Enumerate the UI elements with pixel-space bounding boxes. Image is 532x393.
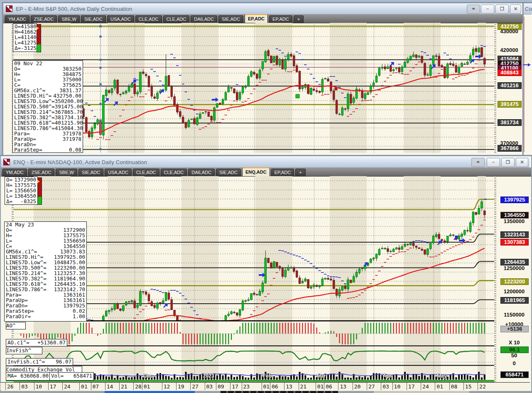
price-badge-1150000: 1150000 (500, 312, 528, 318)
date-tick-label: 07 (93, 383, 99, 390)
quote-box-enq: O=1372900H=1375575L=1356650L=1364550Δ=-8… (5, 177, 38, 205)
restore-button[interactable]: ❐ (495, 5, 509, 14)
price-scale-label: X 10 (500, 340, 528, 346)
tab-usa-adc[interactable]: USA,ADC (105, 169, 132, 176)
titlebar-ep[interactable]: EP - E-Mini S&P 500, Active Daily Contin… (3, 3, 521, 15)
month-stripe (404, 176, 441, 382)
date-tick-separator (62, 383, 63, 390)
price-scale-label: 1364550 (500, 212, 528, 218)
close-button[interactable]: ✕ (516, 158, 528, 167)
window-co-partial[interactable]: Co (523, 2, 532, 156)
tab-cle-adc[interactable]: CLE,ADC (161, 169, 187, 176)
price-scale-label: 391475 (498, 101, 521, 107)
date-tick-separator (119, 383, 120, 390)
date-tick-separator (407, 383, 407, 390)
date-tick-separator (5, 383, 6, 390)
vertical-gridline (194, 176, 195, 382)
window-title-enq: ENQ - E-mini NASDAQ-100, Active Daily Co… (13, 159, 147, 165)
date-tick-label: 20 (354, 383, 361, 390)
window-title-co: Co (525, 6, 532, 12)
tab-usa-adc[interactable]: USA,ADC (107, 15, 134, 23)
tab-ep-adc[interactable]: EP,ADC (271, 169, 294, 176)
vol-value-box: Vol=658471 (49, 372, 94, 381)
date-tick-separator (284, 383, 284, 390)
date-tick-separator (449, 383, 450, 390)
price-scale-label: 1223200 (500, 278, 528, 284)
titlebar-enq[interactable]: ENQ - E-mini NASDAQ-100, Active Daily Co… (1, 157, 530, 168)
minimize-button[interactable]: – (481, 5, 494, 14)
date-tick-separator (20, 383, 20, 390)
ao-value-box: AO.c1^=+51360.07 (6, 339, 67, 346)
price-scale-label: 96.1 (500, 346, 528, 352)
tab-sbe-w[interactable]: SBE,W (58, 15, 79, 23)
date-axis[interactable]: 2603101724010714212801121927030917230106… (0, 382, 530, 390)
background-taskbar-dark (221, 391, 338, 393)
tab-+[interactable]: + (295, 169, 305, 176)
tab-enq-adc[interactable]: ENQ,ADC (242, 167, 270, 176)
date-tick-separator (91, 383, 91, 390)
tab-zse-adc[interactable]: ZSE,ADC (28, 169, 55, 176)
price-scale-label: 420000 (498, 47, 521, 53)
link-button[interactable]: ⚭ (471, 158, 485, 167)
date-tick-label: 21 (121, 383, 127, 390)
date-tick-label: 06 (326, 383, 332, 390)
tab-cle-adc[interactable]: CLE,ADC (163, 15, 190, 23)
month-stripe (330, 23, 367, 153)
window-title-ep: EP - E-Mini S&P 500, Active Daily Contin… (16, 6, 132, 12)
tab-sie-adc[interactable]: SIE,ADC (78, 169, 103, 176)
tab-cle-adc[interactable]: CLE,ADC (135, 15, 162, 23)
minimize-button[interactable]: – (487, 158, 500, 167)
tab-ym-adc[interactable]: YM,ADC (5, 15, 29, 23)
price-badge-658471: 658471 (500, 371, 529, 378)
date-tick-separator (421, 383, 421, 390)
month-stripe (181, 23, 218, 153)
tabbar-enq: YM,ADCZSE,ADCSBE,WSIE,ADCUSA,ADCCLE,ADCC… (1, 167, 531, 177)
price-badge-50: 50 (500, 353, 528, 359)
tab-ep-adc[interactable]: EP,ADC (269, 15, 292, 23)
vertical-gridline (374, 176, 374, 382)
date-tick-separator (478, 383, 478, 390)
price-badge-1223200: 1223200 (500, 278, 529, 285)
tab-+[interactable]: + (294, 15, 304, 23)
date-tick-separator (162, 383, 162, 390)
tab-zse-adc[interactable]: ZSE,ADC (31, 15, 57, 23)
link-button[interactable]: ⚭ (467, 5, 480, 14)
tab-ym-adc[interactable]: YM,ADC (2, 169, 27, 176)
tab-sie-adc[interactable]: SIE,ADC (216, 169, 241, 176)
invfish-value-box: InvFish.c1^=96.07 (6, 358, 73, 366)
tab-cle-adc[interactable]: CLE,ADC (133, 169, 159, 176)
current-bar-icon (37, 177, 42, 205)
tab-ep-adc[interactable]: EP,ADC (245, 14, 268, 23)
date-tick-label: 13 (286, 383, 292, 390)
date-tick-label: 03 (21, 383, 28, 390)
price-badge-+5136: +5136 (500, 326, 529, 332)
vertical-gridline (434, 23, 434, 153)
price-badge-1397925: 1397925 (500, 196, 529, 203)
date-tick-label: 09 (218, 383, 224, 390)
date-tick-separator (79, 383, 80, 390)
tab-sie-adc[interactable]: SIE,ADC (218, 15, 243, 23)
price-scale-label: 401216 (498, 82, 521, 88)
restore-button[interactable]: ❐ (501, 158, 515, 167)
date-tick-label: 21 (300, 383, 307, 390)
month-stripe (478, 176, 486, 382)
date-tick-label: 01 (81, 383, 88, 390)
close-button[interactable]: ✕ (510, 5, 521, 14)
price-badge-367866: 367866 (498, 145, 522, 152)
quote-box-ep: O=415800H=416625L=411400L=412750Δ=-3125 (13, 23, 37, 52)
tab-sie-adc[interactable]: SIE,ADC (81, 15, 106, 23)
price-scale-label: 658471 (500, 371, 528, 377)
vol-ma-box: MA=636068.00 (6, 372, 50, 381)
date-tick-separator (367, 383, 367, 390)
date-tick-separator (216, 383, 216, 390)
month-stripe (108, 23, 145, 153)
background-taskbar-blue (105, 391, 195, 393)
month-stripe (478, 23, 486, 153)
date-tick-label: 03 (382, 383, 389, 390)
tab-sbe-w[interactable]: SBE,W (56, 169, 77, 176)
tab-da6-adc[interactable]: DA6,ADC (191, 15, 217, 23)
tab-da6-adc[interactable]: DA6,ADC (188, 169, 215, 176)
date-tick-label: 13 (340, 383, 346, 390)
price-badge-1181965: 1181965 (500, 297, 529, 304)
right-price-ruler-ep (494, 23, 496, 153)
